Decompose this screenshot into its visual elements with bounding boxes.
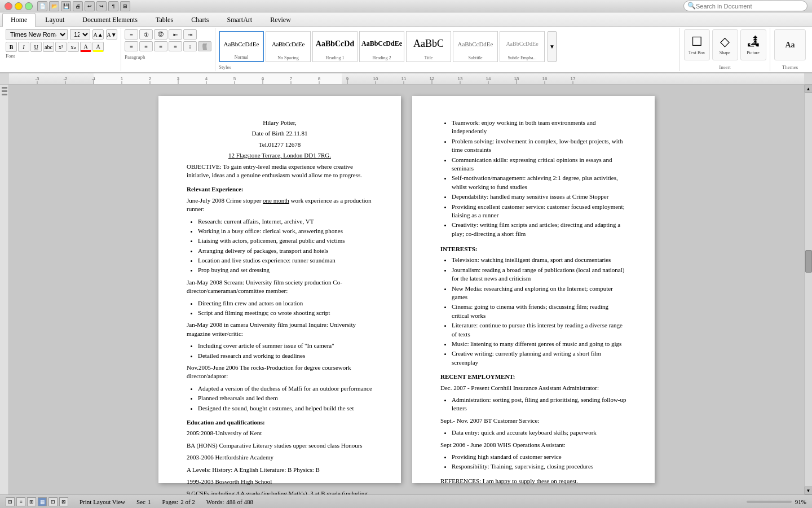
list-item: Dependability: handled many sensitive is…: [452, 192, 626, 201]
view-icon-5[interactable]: ⊡: [48, 497, 58, 506]
view-icon-3[interactable]: ⊞: [27, 497, 36, 506]
tab-smartart[interactable]: SmartArt: [218, 13, 261, 27]
scroll-down-button[interactable]: ▼: [805, 487, 813, 494]
style-subtle-emphasis[interactable]: AaBbCcDdEe Subtle Empha...: [500, 31, 545, 62]
font-size-select[interactable]: 12: [70, 29, 90, 40]
bold-button[interactable]: B: [6, 42, 17, 52]
picture-icon: 🏞: [747, 34, 760, 49]
new-icon[interactable]: 📄: [37, 1, 47, 11]
svg-text:8: 8: [318, 76, 321, 81]
highlight-button[interactable]: A: [92, 42, 104, 52]
line-spacing-button[interactable]: ↕: [183, 41, 197, 51]
view-icon-2[interactable]: ≡: [16, 497, 25, 506]
tab-home[interactable]: Home: [2, 13, 36, 27]
shape-button[interactable]: ◇ Shape: [712, 29, 738, 60]
emp-1-period: Sept.- Nov. 2007 BT Customer Service:: [440, 417, 626, 425]
scroll-thumb[interactable]: [805, 250, 812, 273]
themes-button[interactable]: Aa: [774, 29, 806, 60]
align-left-button[interactable]: ≡: [125, 41, 138, 51]
edu-3: A Levels: History: A English Literature:…: [187, 466, 373, 474]
justify-button[interactable]: ≡: [169, 41, 182, 51]
decrease-font-button[interactable]: A▼: [106, 29, 117, 40]
textbox-button[interactable]: ☐ Text Box: [684, 29, 710, 60]
statusbar: ⊟ ≡ ⊞ ▦ ⊡ ⊠ Print Layout View Sec 1 Page…: [0, 494, 812, 508]
list-item: Working in a busy office: clerical work,…: [198, 227, 373, 235]
print-icon[interactable]: 🖨: [73, 1, 83, 11]
shape-icon: ◇: [720, 34, 730, 49]
font-color-button[interactable]: A: [80, 42, 91, 52]
search-input[interactable]: [696, 3, 803, 10]
view-icon-4[interactable]: ▦: [38, 497, 47, 506]
bullets-button[interactable]: ≡: [125, 29, 138, 40]
document-area[interactable]: Hilary Potter, Date of Birth 22.11.81 Te…: [9, 85, 804, 494]
tab-review[interactable]: Review: [262, 13, 299, 27]
format-icon[interactable]: ¶: [108, 1, 118, 11]
job-0-title: June-July 2008 Crime stopper one month w…: [187, 196, 373, 214]
left-sidebar: [0, 85, 9, 494]
undo-icon[interactable]: ↩: [85, 1, 95, 11]
tab-layout[interactable]: Layout: [37, 13, 73, 27]
align-right-button[interactable]: ≡: [154, 41, 167, 51]
style-normal[interactable]: AaBbCcDdEe Normal: [219, 31, 264, 62]
section-num: 1: [148, 498, 151, 505]
scroll-up-button[interactable]: ▲: [805, 85, 813, 93]
svg-text:-2: -2: [63, 76, 68, 81]
font-face-select[interactable]: Times New Roman: [6, 29, 68, 40]
shading-button[interactable]: ▒: [198, 41, 211, 51]
decrease-indent-button[interactable]: ⇤: [169, 29, 182, 40]
view-icon[interactable]: ⊞: [120, 1, 130, 11]
list-item: Providing excellent customer service: cu…: [452, 203, 626, 220]
styles-more-button[interactable]: ▼: [548, 31, 557, 62]
tab-tables[interactable]: Tables: [147, 13, 182, 27]
underline-button[interactable]: U: [30, 42, 42, 52]
styles-group-label: Styles: [219, 63, 676, 70]
maximize-button[interactable]: [25, 2, 33, 10]
style-subtitle[interactable]: AaBbCcDdEe Subtitle: [453, 31, 498, 62]
svg-text:1: 1: [121, 76, 123, 81]
subscript-button[interactable]: x₂: [68, 42, 79, 52]
svg-text:6: 6: [262, 76, 264, 81]
italic-button[interactable]: I: [18, 42, 29, 52]
zoom-area: 91%: [747, 498, 806, 505]
style-no-spacing[interactable]: AaBbCcDdEe No Spacing: [266, 31, 311, 62]
styles-group: AaBbCcDdEe Normal AaBbCcDdEe No Spacing …: [215, 28, 680, 71]
view-icon-1[interactable]: ⊟: [6, 497, 15, 506]
redo-icon[interactable]: ↪: [96, 1, 107, 11]
search-input-wrap[interactable]: 🔍: [683, 1, 807, 11]
textbox-icon: ☐: [691, 34, 703, 49]
open-icon[interactable]: 📂: [49, 1, 59, 11]
picture-button[interactable]: 🏞 Picture: [740, 29, 766, 60]
multilevel-button[interactable]: ⑫: [154, 29, 167, 40]
style-heading2[interactable]: AaBbCcDdEe Heading 2: [359, 31, 404, 62]
tab-charts[interactable]: Charts: [183, 13, 217, 27]
edu-2: 2003-2006 Hertfordshire Academy: [187, 453, 373, 462]
view-text: Print Layout View: [80, 498, 125, 505]
increase-indent-button[interactable]: ⇥: [183, 29, 197, 40]
style-heading1[interactable]: AaBbCcDd Heading 1: [312, 31, 358, 62]
tab-document-elements[interactable]: Document Elements: [74, 13, 146, 27]
header-dob: Date of Birth 22.11.81: [187, 129, 373, 138]
font-group-label: Font: [6, 52, 117, 59]
job-0-bullets: Research: current affairs, Internet, arc…: [198, 217, 373, 275]
superscript-button[interactable]: x²: [55, 42, 67, 52]
svg-text:11: 11: [401, 76, 407, 81]
save-icon[interactable]: 💾: [61, 1, 71, 11]
strikethrough-button[interactable]: abc: [43, 42, 54, 52]
align-center-button[interactable]: ≡: [139, 41, 153, 51]
search-icon: 🔍: [687, 2, 696, 10]
zoom-value: 91%: [795, 498, 806, 505]
right-scrollbar[interactable]: ▲ ▼: [804, 85, 812, 494]
scroll-track[interactable]: [805, 93, 813, 487]
list-item: Script and filming meetings; co wrote sh…: [198, 309, 373, 317]
style-title-preview: AaBbC: [408, 33, 449, 55]
increase-font-button[interactable]: A▲: [92, 29, 104, 40]
style-title[interactable]: AaBbC Title: [406, 31, 451, 62]
view-icon-6[interactable]: ⊠: [59, 497, 68, 506]
style-normal-label: Normal: [221, 55, 262, 60]
minimize-button[interactable]: [15, 2, 23, 10]
objective-text: OBJECTIVE: To gain entry-level media exp…: [187, 163, 373, 180]
zoom-slider[interactable]: [747, 501, 792, 503]
close-button[interactable]: [5, 2, 12, 10]
numbering-button[interactable]: ①: [139, 29, 153, 40]
header-tel: Tel.01277 12678: [187, 141, 373, 149]
